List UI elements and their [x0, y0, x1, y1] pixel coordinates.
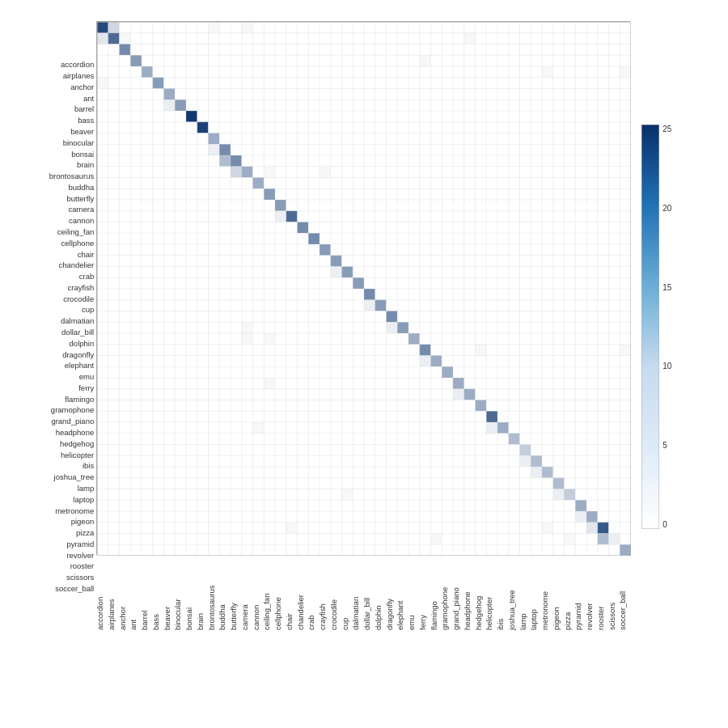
x-tick-label: crocodile [330, 557, 341, 630]
x-tick-label: butterfly [230, 557, 241, 630]
y-tick-label: airplanes [63, 71, 95, 81]
y-tick-label: pyramid [66, 540, 94, 549]
y-tick-label: grand_piano [51, 417, 94, 426]
colorbar-tick-value: 5 [662, 441, 671, 450]
chart-area: accordionairplanesanchorantbarrelbassbea… [48, 21, 680, 633]
colorbar-ticks: 2520151050 [662, 125, 671, 529]
y-tick-label: chair [78, 249, 95, 259]
colorbar-canvas [641, 125, 659, 529]
y-tick-label: chandelier [58, 260, 94, 270]
y-tick-label: lamp [78, 484, 95, 493]
x-tick-label: headphone [463, 557, 475, 630]
x-tick-label: dollar_bill [363, 557, 375, 630]
confusion-matrix-canvas [97, 22, 631, 556]
y-tick-label: emu [79, 372, 94, 382]
colorbar-wrapper: 2520151050 [641, 60, 680, 594]
y-tick-label: butterfly [66, 193, 94, 203]
colorbar-tick-value: 20 [662, 204, 671, 213]
y-tick-label: flamingo [65, 394, 94, 404]
y-tick-label: bass [78, 116, 94, 125]
y-tick-label: brain [77, 160, 94, 170]
y-tick-label: pigeon [71, 517, 95, 527]
y-tick-label: dollar_bill [61, 328, 94, 337]
y-tick-label: cup [82, 305, 94, 315]
x-tick-labels: accordionairplanesanchorantbarrelbassbea… [96, 557, 630, 630]
x-tick-label: soccer_ball [619, 557, 630, 630]
matrix-grid [96, 21, 630, 555]
y-tick-label: anchor [70, 83, 94, 92]
x-tick-label: bonsai [185, 557, 197, 630]
colorbar-tick-value: 15 [662, 283, 671, 292]
y-tick-label: crocodile [63, 294, 94, 303]
x-tick-label: emu [408, 557, 419, 630]
x-tick-label: cellphone [274, 557, 286, 630]
x-tick-label: camera [241, 557, 252, 630]
x-tick-label: pigeon [552, 557, 564, 630]
y-tick-label: ant [83, 93, 94, 103]
y-tick-label: pizza [76, 528, 94, 538]
y-tick-label: dolphin [70, 339, 95, 349]
y-tick-label: crayfish [67, 283, 94, 293]
x-tick-label: crayfish [319, 557, 330, 630]
y-tick-label: binocular [63, 138, 95, 147]
y-tick-label: hedgehog [60, 439, 94, 449]
colorbar-tick-value: 25 [662, 125, 671, 133]
y-tick-label: dragonfly [62, 349, 94, 359]
y-tick-label: dalmatian [61, 316, 94, 326]
x-tick-label: accordion [96, 557, 108, 630]
y-tick-label: beaver [70, 127, 94, 137]
y-tick-label: crab [79, 272, 94, 281]
y-tick-label: cannon [69, 216, 94, 226]
main-container: accordionairplanesanchorantbarrelbassbea… [0, 0, 728, 728]
x-tick-label: metronome [541, 557, 552, 630]
x-tick-label: brain [197, 557, 208, 630]
x-tick-label: barrel [141, 557, 152, 630]
colorbar-tick-value: 0 [662, 520, 671, 529]
y-tick-label: cellphone [61, 239, 95, 248]
y-tick-label: ibis [83, 461, 94, 471]
y-tick-label: laptop [73, 494, 94, 504]
x-tick-label: chair [286, 557, 297, 630]
y-tick-label: brontosaurus [49, 171, 94, 181]
y-tick-label: bonsai [71, 149, 94, 159]
y-tick-label: buddha [69, 183, 95, 193]
y-tick-label: elephant [65, 361, 94, 370]
y-tick-label: rooster [70, 561, 95, 571]
x-tick-label: dolphin [375, 557, 386, 630]
x-tick-label: rooster [597, 557, 608, 630]
colorbar-tick-value: 10 [662, 362, 671, 370]
x-tick-label: ibis [497, 557, 508, 630]
x-tick-label: grand_piano [452, 557, 463, 630]
y-tick-label: barrel [74, 104, 94, 114]
y-tick-label: camera [69, 205, 95, 214]
y-tick-label: accordion [61, 60, 94, 70]
matrix-wrapper: accordionairplanesanchorantbarrelbassbea… [96, 21, 630, 633]
y-tick-label: joshua_tree [54, 472, 95, 482]
y-tick-labels: accordionairplanesanchorantbarrelbassbea… [49, 60, 94, 594]
x-tick-label: ferry [419, 557, 430, 630]
y-tick-label: ceiling_fan [57, 227, 94, 237]
y-tick-label: headphone [56, 428, 95, 438]
y-tick-label: scissors [66, 573, 94, 582]
x-tick-label: airplanes [108, 557, 119, 630]
y-tick-label: revolver [66, 550, 94, 560]
x-tick-label: revolver [586, 557, 597, 630]
colorbar: 2520151050 [641, 125, 659, 529]
y-tick-label: ferry [78, 383, 94, 393]
y-tick-label: metronome [55, 506, 94, 515]
x-tick-label: bass [152, 557, 163, 630]
y-tick-label: gramophone [51, 405, 94, 415]
y-tick-label: soccer_ball [55, 584, 94, 594]
x-tick-label: joshua_tree [508, 557, 519, 630]
y-tick-label: helicopter [61, 450, 94, 459]
